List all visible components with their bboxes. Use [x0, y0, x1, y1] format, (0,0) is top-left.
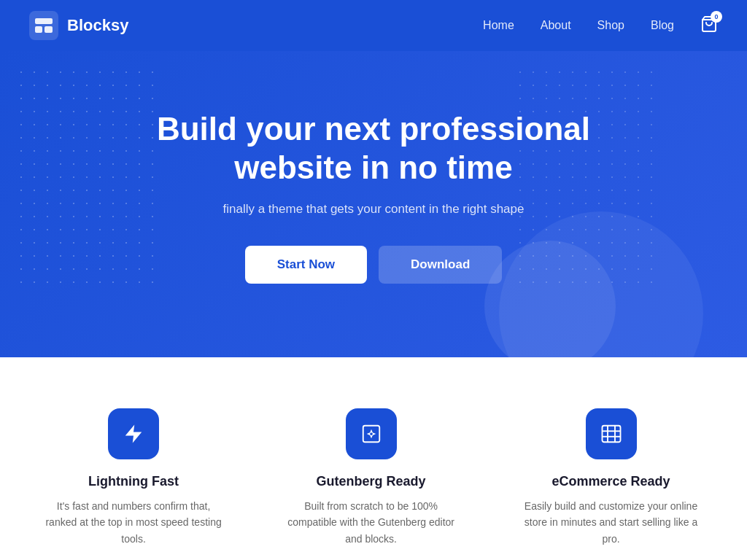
circle-decoration-small — [484, 241, 616, 357]
main-nav: Home About Shop Blog 0 — [483, 15, 718, 36]
logo-area: Blocksy — [29, 11, 128, 40]
feature-ecommerce-ready-desc: Easily build and customize your online s… — [519, 498, 703, 547]
cart-button[interactable]: 0 — [700, 15, 718, 36]
nav-shop[interactable]: Shop — [597, 19, 624, 32]
svg-rect-7 — [602, 426, 620, 443]
ecommerce-ready-icon-wrap — [586, 408, 637, 459]
feature-lightning-fast-title: Lightning Fast — [88, 474, 179, 489]
brand-name: Blocksy — [67, 16, 128, 35]
lightning-fast-icon-wrap — [108, 408, 159, 459]
logo-icon — [29, 11, 58, 40]
nav-home[interactable]: Home — [483, 19, 514, 32]
svg-rect-2 — [44, 26, 53, 33]
svg-point-6 — [370, 432, 373, 435]
hero-buttons: Start Now Download — [245, 246, 503, 284]
hero-section: Build your next professional website in … — [0, 51, 747, 357]
svg-rect-1 — [35, 26, 42, 33]
feature-gutenberg-ready: Gutenberg Ready Built from scratch to be… — [282, 408, 460, 547]
svg-marker-4 — [125, 425, 142, 443]
hero-title: Build your next professional website in … — [155, 110, 592, 187]
feature-lightning-fast-desc: It's fast and numbers confirm that, rank… — [44, 498, 223, 547]
feature-gutenberg-ready-desc: Built from scratch to be 100% compatible… — [282, 498, 460, 547]
nav-about[interactable]: About — [541, 19, 571, 32]
feature-ecommerce-ready-title: eCommerce Ready — [551, 474, 670, 489]
download-button[interactable]: Download — [379, 246, 502, 284]
circle-decoration-large — [499, 211, 703, 357]
cart-badge: 0 — [711, 11, 722, 23]
features-section: Lightning Fast It's fast and numbers con… — [0, 357, 747, 560]
feature-lightning-fast: Lightning Fast It's fast and numbers con… — [44, 408, 223, 547]
nav-blog[interactable]: Blog — [651, 19, 674, 32]
feature-ecommerce-ready: eCommerce Ready Easily build and customi… — [519, 408, 703, 547]
gutenberg-ready-icon-wrap — [346, 408, 397, 459]
hero-subtitle: finally a theme that gets your content i… — [223, 202, 525, 217]
feature-gutenberg-ready-title: Gutenberg Ready — [317, 474, 426, 489]
svg-rect-0 — [35, 18, 53, 24]
dot-decoration-left — [15, 66, 160, 284]
header: Blocksy Home About Shop Blog 0 — [0, 0, 747, 51]
start-now-button[interactable]: Start Now — [245, 246, 367, 284]
